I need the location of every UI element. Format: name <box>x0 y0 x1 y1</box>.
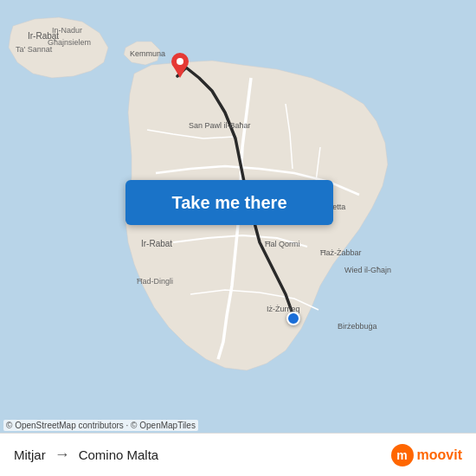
svg-text:Ta' Sannat: Ta' Sannat <box>16 45 53 54</box>
svg-text:In-Nadur: In-Nadur <box>52 26 82 35</box>
map-attribution: © OpenStreetMap contributors · © OpenMap… <box>3 420 198 431</box>
destination-label: Comino Malta <box>79 447 159 462</box>
moovit-logo: m moovit <box>391 444 462 466</box>
svg-text:Wied il-Għajn: Wied il-Għajn <box>344 266 391 274</box>
svg-text:Kemmuna: Kemmuna <box>130 49 165 58</box>
svg-text:Ir-Rabat: Ir-Rabat <box>141 239 172 248</box>
svg-text:Ħad-Dingli: Ħad-Dingli <box>137 277 173 286</box>
map-container: Ir-Rabat In-Nadur Għajnsielem Ta' Sannat… <box>0 0 476 433</box>
bottom-bar: Mitjar → Comino Malta m moovit <box>0 433 476 476</box>
svg-text:San Pawl il-Baħar: San Pawl il-Baħar <box>189 121 251 130</box>
svg-text:Ħaż-Żabbar: Ħaż-Żabbar <box>320 248 362 257</box>
origin-dot <box>286 312 300 325</box>
svg-text:Birżebbuġa: Birżebbuġa <box>338 322 377 331</box>
svg-text:Ħal Qormi: Ħal Qormi <box>265 240 300 248</box>
svg-marker-24 <box>174 68 186 78</box>
take-me-there-button[interactable]: Take me there <box>125 180 333 225</box>
route-arrow-icon: → <box>55 446 70 464</box>
destination-pin <box>170 52 190 81</box>
origin-label: Mitjar <box>14 447 46 462</box>
moovit-icon: m <box>391 444 414 466</box>
moovit-text: moovit <box>417 447 462 463</box>
svg-text:Għajnsielem: Għajnsielem <box>48 38 91 47</box>
svg-point-25 <box>177 58 183 65</box>
